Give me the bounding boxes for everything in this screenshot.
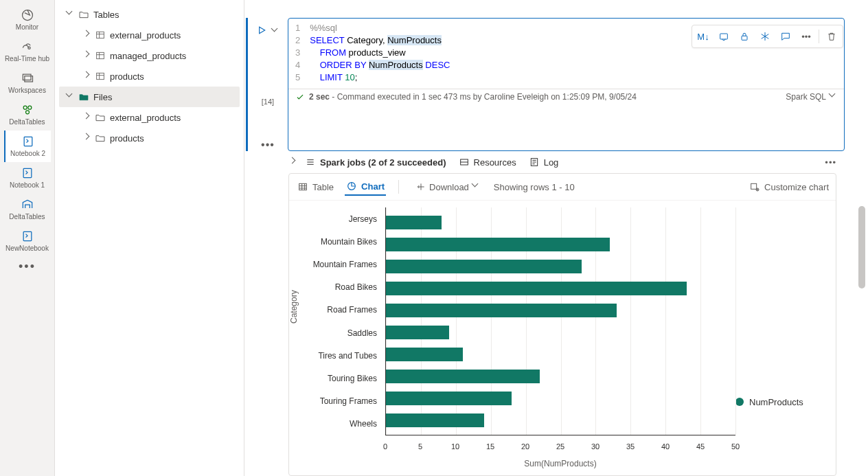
tree-table-item[interactable]: products [59,66,240,87]
rail-more[interactable]: ••• [19,260,36,274]
tree-label: external_products [110,113,181,123]
rail-deltatables-2[interactable]: DeltaTables [4,194,51,225]
notebook-icon [21,229,34,243]
workspaces-icon [21,71,34,85]
tree-file-item[interactable]: products [59,128,240,148]
convert-to-markdown-button[interactable]: M↓ [694,27,713,46]
chevron-down-icon [829,93,837,101]
tab-label: Chart [361,181,385,192]
success-check-icon [295,92,305,102]
md-label: M↓ [697,32,709,42]
list-icon [305,157,316,168]
bar[interactable] [386,216,442,229]
bar[interactable] [386,304,617,317]
monitor-icon [21,8,34,22]
y-axis: JerseysMountain BikesMountain FramesRoad… [300,207,382,435]
tree-label: Tables [93,10,119,20]
toggle-input-button[interactable] [714,27,733,46]
legend-label: NumProducts [749,397,803,407]
run-cell-button[interactable] [256,25,267,38]
freeze-cell-button[interactable] [755,27,775,46]
resources-toggle[interactable]: Resources [459,157,516,168]
rail-workspaces[interactable]: Workspaces [4,67,51,99]
status-duration: 2 sec [309,92,330,102]
expand-output-chevron-icon[interactable] [288,158,297,166]
bar[interactable] [386,370,540,383]
log-icon [529,157,540,168]
tree-label: managed_products [110,51,186,61]
tree-table-item[interactable]: managed_products [59,45,240,66]
bar[interactable] [386,260,582,273]
output-more[interactable]: ••• [825,157,836,168]
rail-monitor[interactable]: Monitor [4,4,51,36]
y-tick-label: Road Frames [300,299,382,321]
rail-realtime-hub[interactable]: Real-Time hub [4,36,51,67]
rows-indicator: Showing rows 1 - 10 [494,182,575,192]
x-tick-label: 50 [731,442,740,451]
y-tick-label: Saddles [300,322,382,344]
x-tick-label: 45 [696,442,705,451]
tree-table-item[interactable]: external_products [59,25,240,45]
toggle-icon [718,31,729,42]
tree-label: products [110,71,144,82]
chart: Category JerseysMountain BikesMountain F… [289,201,836,475]
cell-language-picker[interactable]: Spark SQL [786,92,837,102]
lock-cell-button[interactable] [735,27,754,46]
log-toggle[interactable]: Log [529,157,559,168]
rail-label: Notebook 1 [10,181,45,190]
x-tick-label: 25 [556,442,564,451]
folder-icon [78,9,89,20]
svg-point-0 [22,10,32,21]
trash-icon [826,31,837,42]
chevron-down-icon [66,93,74,101]
rail-deltatables-1[interactable]: DeltaTables [4,99,51,131]
comment-icon [780,31,791,42]
scrollbar-thumb[interactable] [858,206,865,288]
results-tab-chart[interactable]: Chart [345,178,386,196]
x-tick-label: 10 [451,442,459,451]
bar[interactable] [386,348,463,361]
folder-icon [95,112,106,123]
comment-cell-button[interactable] [776,27,795,46]
spark-jobs-toggle[interactable]: Spark jobs (2 of 2 succeeded) [305,157,446,168]
rail-notebook-2[interactable]: Notebook 2 [4,131,51,162]
cell-more-button[interactable]: ••• [797,27,816,46]
svg-point-1 [27,47,30,49]
bar[interactable] [386,413,484,427]
y-tick-label: Touring Bikes [300,367,382,389]
bar[interactable] [386,392,512,405]
cell-toolbar: M↓ ••• [692,25,843,48]
notebook-icon [21,166,34,180]
legend-swatch [735,398,744,406]
tree-file-item[interactable]: external_products [59,107,240,128]
tree-files-folder[interactable]: Files [59,87,240,107]
svg-rect-17 [299,183,307,190]
bar[interactable] [386,238,610,251]
rail-new-notebook[interactable]: NewNotebook [4,225,51,257]
download-button[interactable]: Download [415,181,480,192]
customize-chart-button[interactable]: Customize chart [749,181,829,192]
output-header: Spark jobs (2 of 2 succeeded) Resources … [244,151,868,173]
lakehouse-icon [21,198,34,212]
rail-label: Notebook 2 [10,150,45,158]
tree-label: products [110,133,144,144]
tree-tables-folder[interactable]: Tables [59,4,240,25]
table-icon [95,71,106,82]
x-axis-ticks: 05101520253035404550 [385,442,735,455]
x-axis-title: Sum(NumProducts) [385,459,735,468]
notebook-main: M↓ ••• [14] ••• 12345 %%sql SELECT C [244,0,868,476]
cell-gutter-more[interactable]: ••• [261,139,275,151]
run-menu-chevron-icon[interactable] [271,27,279,36]
rail-notebook-1[interactable]: Notebook 1 [4,162,51,194]
y-tick-label: Touring Frames [300,390,382,412]
x-tick-label: 20 [521,442,529,451]
line-numbers: 12345 [288,23,310,84]
deltatables-icon [21,103,34,117]
svg-point-4 [23,106,27,109]
delete-cell-button[interactable] [822,27,841,46]
results-tab-table[interactable]: Table [296,179,335,195]
chevron-right-icon [82,52,91,60]
bar[interactable] [386,282,687,295]
customize-label: Customize chart [764,182,829,192]
bar[interactable] [386,326,449,339]
